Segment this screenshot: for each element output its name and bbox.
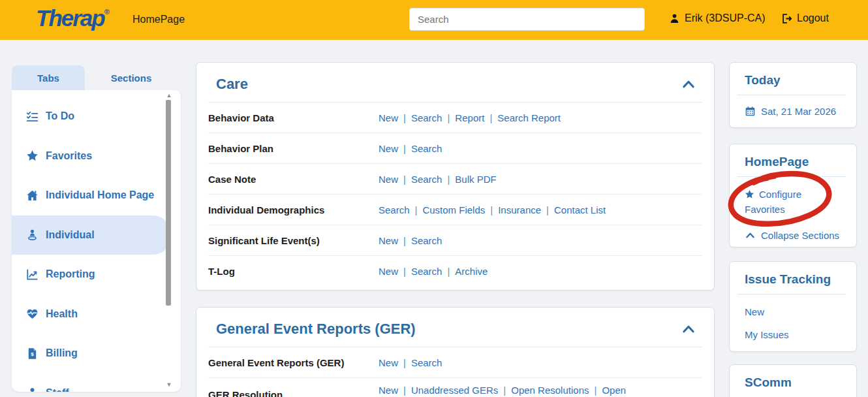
link-separator: | [447, 266, 450, 277]
module-link-new[interactable]: New [379, 357, 398, 368]
staff-icon [26, 387, 39, 392]
module-link-search[interactable]: Search [411, 174, 442, 185]
module-row: T-LogNew|Search|Archive [208, 256, 702, 287]
sidebar-item-favorites[interactable]: Favorites [12, 136, 170, 176]
chevron-up-icon[interactable] [681, 77, 696, 91]
chevron-up-icon[interactable] [681, 322, 696, 336]
link-separator: | [403, 174, 406, 185]
module-row: General Event Reports (GER)New|Search [208, 347, 702, 378]
sidebar-item-health[interactable]: Health [12, 294, 170, 334]
module-link-archive[interactable]: Archive [455, 266, 488, 277]
module-links: New|Search|Archive [379, 266, 702, 277]
sidebar-item-label: Favorites [46, 150, 92, 162]
today-date: Sat, 21 Mar 2026 [745, 106, 847, 117]
module-link-new[interactable]: New [379, 266, 398, 277]
module-link-search[interactable]: Search [411, 266, 442, 277]
sidebar-item-individual[interactable]: Individual [12, 215, 170, 255]
module-link-open[interactable]: Open [602, 385, 626, 396]
user-label: Erik (3DSUP-CA) [685, 12, 766, 24]
module-link-open-resolutions[interactable]: Open Resolutions [511, 385, 589, 396]
sidebar-item-staff[interactable]: Staff [12, 373, 170, 392]
sidebar-item-individual-home-page[interactable]: Individual Home Page [12, 176, 170, 215]
tab-tabs[interactable]: Tabs [12, 65, 85, 90]
link-separator: | [403, 112, 406, 123]
sidebar-item-billing[interactable]: $Billing [12, 334, 170, 373]
module-link-new[interactable]: New [379, 235, 398, 246]
module-row: Individual DemographicsSearch|Custom Fie… [208, 195, 702, 225]
module-link-new[interactable]: New [379, 385, 398, 396]
module-row: Behavior DataNew|Search|Report|Search Re… [208, 103, 702, 133]
search-input[interactable] [409, 8, 645, 31]
header-homepage-link[interactable]: HomePage [132, 14, 185, 25]
module-link-new[interactable]: New [379, 112, 398, 123]
issue-tracking-link-my-issues[interactable]: My Issues [745, 329, 847, 340]
homepage-card: HomePage Configure Favorites Collapse Se… [729, 144, 857, 247]
section-card-care: CareBehavior DataNew|Search|Report|Searc… [196, 62, 715, 291]
module-row: Behavior PlanNew|Search [208, 133, 702, 164]
sidebar-item-reporting[interactable]: Reporting [12, 255, 170, 294]
today-card: Today Sat, 21 Mar 2026 [729, 62, 857, 128]
module-label: Behavior Plan [208, 143, 379, 154]
module-link-search[interactable]: Search [379, 204, 410, 215]
link-separator: | [415, 204, 418, 215]
collapse-sections-link[interactable]: Collapse Sections [745, 230, 847, 241]
module-link-report[interactable]: Report [455, 112, 484, 123]
module-link-search[interactable]: Search [411, 112, 442, 123]
sidebar-item-label: Individual Home Page [46, 189, 154, 201]
user-menu[interactable]: Erik (3DSUP-CA) [669, 12, 766, 24]
module-label: Individual Demographics [208, 204, 379, 215]
module-link-search[interactable]: Search [411, 357, 442, 368]
svg-text:$: $ [31, 351, 34, 357]
module-link-new[interactable]: New [379, 143, 398, 154]
module-link-search-report[interactable]: Search Report [497, 112, 561, 123]
module-link-bulk-pdf[interactable]: Bulk PDF [455, 174, 496, 185]
link-separator: | [594, 385, 597, 396]
module-label: Case Note [208, 174, 379, 185]
chart-icon [26, 268, 39, 281]
issue-tracking-title: Issue Tracking [730, 272, 847, 287]
section-title: Care [216, 76, 248, 93]
module-label: General Event Reports (GER) [208, 357, 379, 368]
home-icon [26, 189, 39, 202]
person-pin-icon [26, 229, 39, 241]
module-links: Search|Custom Fields|Insurance|Contact L… [379, 204, 702, 215]
module-link-new[interactable]: New [379, 174, 398, 185]
link-separator: | [447, 112, 450, 123]
module-links: New|Search [379, 143, 702, 154]
scroll-up-arrow[interactable]: ▲ [165, 92, 173, 99]
module-link-search[interactable]: Search [411, 235, 442, 246]
logout-button[interactable]: Logout [781, 12, 829, 24]
configure-favorites-link[interactable]: Configure Favorites [745, 187, 816, 217]
module-link-unaddressed-gers[interactable]: Unaddressed GERs [411, 385, 498, 396]
module-row: GER ResolutionNew|Unaddressed GERs|Open … [208, 378, 702, 397]
star-icon [745, 188, 754, 198]
issue-tracking-link-new[interactable]: New [745, 306, 847, 317]
section-card-ger: General Event Reports (GER)General Event… [196, 307, 715, 397]
module-link-contact-list[interactable]: Contact List [554, 204, 606, 215]
divider [737, 176, 846, 177]
sidebar-item-label: Individual [46, 229, 95, 241]
therap-logo[interactable]: Therap® [36, 5, 110, 31]
module-links: New|Search|Bulk PDF [379, 174, 702, 185]
module-link-custom-fields[interactable]: Custom Fields [422, 204, 485, 215]
link-separator: | [403, 357, 406, 368]
module-link-search[interactable]: Search [411, 143, 442, 154]
module-label: T-Log [208, 266, 379, 277]
link-separator: | [489, 112, 492, 123]
module-link-insurance[interactable]: Insurance [498, 204, 541, 215]
tab-sections[interactable]: Sections [95, 65, 168, 90]
user-icon [669, 13, 680, 24]
sidebar-item-label: Health [46, 308, 78, 320]
scrollbar-thumb[interactable] [166, 100, 171, 306]
homepage-card-title: HomePage [730, 155, 847, 169]
module-links: New|Search [379, 357, 702, 368]
sidebar-item-label: To Do [46, 110, 74, 122]
link-separator: | [490, 204, 493, 215]
today-date-text: Sat, 21 Mar 2026 [761, 106, 836, 117]
sidebar-scrollbar[interactable]: ▲ ▼ [162, 92, 176, 390]
scomm-card: SComm [729, 364, 857, 397]
sidebar-item-label: Reporting [46, 268, 95, 280]
logout-icon [781, 13, 792, 24]
scroll-down-arrow[interactable]: ▼ [165, 381, 173, 388]
sidebar-item-to-do[interactable]: To Do [12, 97, 170, 136]
